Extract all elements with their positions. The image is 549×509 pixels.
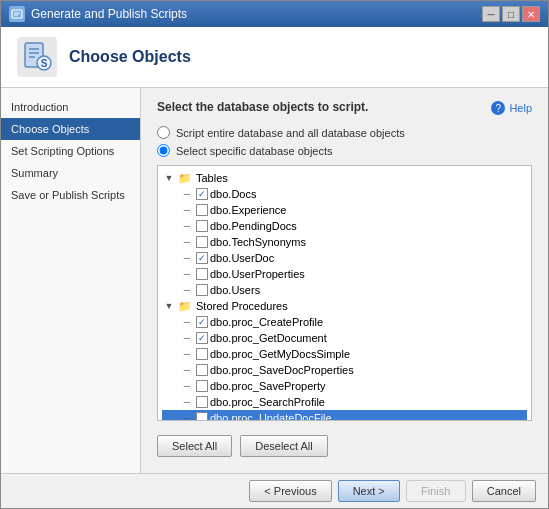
main-area: Introduction Choose Objects Set Scriptin… [1,88,548,473]
tree-node-pendingdocs[interactable]: ─ dbo.PendingDocs [162,218,527,234]
select-all-button[interactable]: Select All [157,435,232,457]
expander-leaf: ─ [180,283,194,297]
tree-label-users: dbo.Users [210,284,260,296]
tree-node-userdoc[interactable]: ─ ✓ dbo.UserDoc [162,250,527,266]
tree-node-getmydocssimple[interactable]: ─ dbo.proc_GetMyDocsSimple [162,346,527,362]
checkbox-searchprofile[interactable] [196,396,208,408]
expander-storedprocs[interactable]: ▼ [162,299,176,313]
minimize-button[interactable]: ─ [482,6,500,22]
tree-node-experience[interactable]: ─ dbo.Experience [162,202,527,218]
tree-node-searchprofile[interactable]: ─ dbo.proc_SearchProfile [162,394,527,410]
expander-leaf: ─ [180,363,194,377]
tree-label-getmydocssimple: dbo.proc_GetMyDocsSimple [210,348,350,360]
tree-label-pendingdocs: dbo.PendingDocs [210,220,297,232]
main-window: Generate and Publish Scripts ─ □ ✕ S Cho… [0,0,549,509]
footer: < Previous Next > Finish Cancel [1,473,548,508]
tree-node-docs[interactable]: ─ ✓ dbo.Docs [162,186,527,202]
tree-label-storedprocs: Stored Procedures [196,300,288,312]
tree-node-techsynonyms[interactable]: ─ dbo.TechSynonyms [162,234,527,250]
next-button[interactable]: Next > [338,480,400,502]
expander-leaf: ─ [180,219,194,233]
previous-button[interactable]: < Previous [249,480,331,502]
checkbox-userproperties[interactable] [196,268,208,280]
checkbox-techsynonyms[interactable] [196,236,208,248]
radio-specific-objects[interactable]: Select specific database objects [157,144,532,157]
svg-text:S: S [41,58,48,69]
tree-node-getdocument[interactable]: ─ ✓ dbo.proc_GetDocument [162,330,527,346]
expander-leaf: ─ [180,235,194,249]
tree-label-getdocument: dbo.proc_GetDocument [210,332,327,344]
titlebar: Generate and Publish Scripts ─ □ ✕ [1,1,548,27]
tree-node-updatedocfile[interactable]: ─ dbo.proc_UpdateDocFile [162,410,527,421]
folder-icon-storedprocs: 📁 [178,300,192,313]
checkbox-updatedocfile[interactable] [196,412,208,421]
expander-leaf: ─ [180,379,194,393]
finish-button[interactable]: Finish [406,480,466,502]
expander-leaf: ─ [180,411,194,421]
radio-group: Script entire database and all database … [157,126,532,157]
tree-label-savedocprops: dbo.proc_SaveDocProperties [210,364,354,376]
expander-leaf: ─ [180,395,194,409]
sidebar-item-save-publish[interactable]: Save or Publish Scripts [1,184,140,206]
tree-node-users[interactable]: ─ dbo.Users [162,282,527,298]
radio-specific-label: Select specific database objects [176,145,333,157]
radio-entire-db-label: Script entire database and all database … [176,127,405,139]
checkbox-getmydocssimple[interactable] [196,348,208,360]
radio-entire-database[interactable]: Script entire database and all database … [157,126,532,139]
tree-node-saveproperty[interactable]: ─ dbo.proc_SaveProperty [162,378,527,394]
deselect-all-button[interactable]: Deselect All [240,435,327,457]
instruction-text: Select the database objects to script. [157,100,532,114]
tree-container[interactable]: ▼ 📁 Tables ─ ✓ dbo.Docs ─ dbo.Experience [157,165,532,421]
right-panel: Select the database objects to script. S… [141,88,548,473]
close-button[interactable]: ✕ [522,6,540,22]
tree-label-docs: dbo.Docs [210,188,256,200]
radio-entire-db-input[interactable] [157,126,170,139]
header: S Choose Objects [1,27,548,88]
checkbox-pendingdocs[interactable] [196,220,208,232]
expander-leaf: ─ [180,267,194,281]
help-icon: ? [491,101,505,115]
cancel-button[interactable]: Cancel [472,480,536,502]
sidebar-item-introduction[interactable]: Introduction [1,96,140,118]
checkbox-saveproperty[interactable] [196,380,208,392]
expander-leaf: ─ [180,315,194,329]
bottom-buttons: Select All Deselect All [157,429,532,461]
checkbox-users[interactable] [196,284,208,296]
tree-node-tables[interactable]: ▼ 📁 Tables [162,170,527,186]
app-icon [9,6,25,22]
tree-node-savedocprops[interactable]: ─ dbo.proc_SaveDocProperties [162,362,527,378]
sidebar-item-choose-objects[interactable]: Choose Objects [1,118,140,140]
tree-label-updatedocfile: dbo.proc_UpdateDocFile [210,412,332,421]
header-icon: S [17,37,57,77]
tree-label-experience: dbo.Experience [210,204,286,216]
help-link[interactable]: ? Help [491,101,532,115]
tree-node-userproperties[interactable]: ─ dbo.UserProperties [162,266,527,282]
expander-leaf: ─ [180,187,194,201]
radio-specific-input[interactable] [157,144,170,157]
expander-tables[interactable]: ▼ [162,171,176,185]
sidebar-item-summary[interactable]: Summary [1,162,140,184]
folder-icon-tables: 📁 [178,172,192,185]
tree-label-userproperties: dbo.UserProperties [210,268,305,280]
checkbox-getdocument[interactable]: ✓ [196,332,208,344]
checkbox-savedocprops[interactable] [196,364,208,376]
header-section: S Choose Objects ? Help [1,27,548,88]
window-title: Generate and Publish Scripts [31,7,187,21]
sidebar-item-scripting-options[interactable]: Set Scripting Options [1,140,140,162]
checkbox-docs[interactable]: ✓ [196,188,208,200]
checkbox-userdoc[interactable]: ✓ [196,252,208,264]
svg-rect-0 [12,10,22,18]
checkbox-createprofile[interactable]: ✓ [196,316,208,328]
tree-node-createprofile[interactable]: ─ ✓ dbo.proc_CreateProfile [162,314,527,330]
tree-node-storedprocs[interactable]: ▼ 📁 Stored Procedures [162,298,527,314]
tree-label-userdoc: dbo.UserDoc [210,252,274,264]
titlebar-left: Generate and Publish Scripts [9,6,187,22]
window-controls: ─ □ ✕ [482,6,540,22]
page-title: Choose Objects [69,48,191,66]
checkbox-experience[interactable] [196,204,208,216]
expander-leaf: ─ [180,251,194,265]
tree-label-createprofile: dbo.proc_CreateProfile [210,316,323,328]
tree-label-searchprofile: dbo.proc_SearchProfile [210,396,325,408]
maximize-button[interactable]: □ [502,6,520,22]
tree-label-techsynonyms: dbo.TechSynonyms [210,236,306,248]
